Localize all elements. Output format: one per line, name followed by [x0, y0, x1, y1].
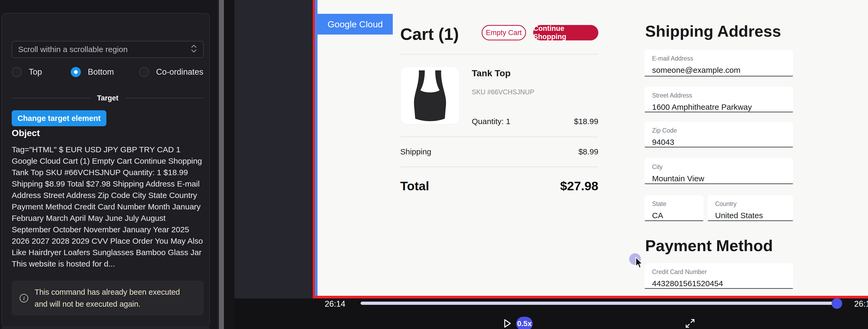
brand-logo[interactable]: Google Cloud [317, 14, 393, 35]
state-field-label: State [652, 200, 703, 207]
cart-header-divider [400, 54, 598, 55]
command-select[interactable]: Scroll within a scrollable region [12, 41, 204, 58]
shipping-cost-value: $8.99 [579, 147, 598, 156]
radio-bottom-circle-icon [71, 67, 81, 77]
total-value: $27.98 [560, 178, 598, 193]
divider-line [12, 98, 90, 98]
speed-0.5x-button[interactable]: 0.5x [516, 317, 533, 329]
cart-row-divider [400, 137, 598, 137]
shipping-cost-row: Shipping $8.99 [400, 147, 598, 156]
browser-page: Google Cloud Cart (1) Empty Cart Continu… [317, 0, 868, 296]
seek-track[interactable] [361, 302, 838, 305]
cart-title: Cart (1) [400, 25, 459, 43]
cart-item-price: $18.99 [574, 117, 598, 126]
end-time-label: 26:15 [854, 299, 868, 308]
country-field-label: Country [715, 200, 793, 207]
cart-item-sku: SKU #66VCHSJNUP [472, 88, 534, 96]
info-banner-text: This command has already been executed a… [35, 286, 184, 310]
mouse-cursor-icon [635, 257, 644, 269]
cart-item-name: Tank Top [472, 68, 510, 78]
change-target-button[interactable]: Change target element [12, 110, 106, 126]
target-section-label: Target [97, 94, 119, 102]
current-time-label: 26:14 [325, 299, 345, 309]
shipping-address-heading: Shipping Address [645, 22, 781, 40]
street-field-value: 1600 Amphitheatre Parkway [652, 103, 793, 111]
city-field-value: Mountain View [652, 174, 793, 183]
continue-shopping-button[interactable]: Continue Shopping [533, 25, 598, 40]
state-field-value: CA [652, 211, 703, 220]
payment-method-heading: Payment Method [645, 236, 773, 255]
next-section-card-clipped [2, 326, 210, 329]
replay-viewport: Google Cloud Cart (1) Empty Cart Continu… [235, 0, 868, 329]
player-controls-bar: 26:14 26:15 0.5x 1x 2x 4x 8x 16x skip in… [235, 298, 868, 329]
country-field-value: United States [715, 211, 793, 220]
country-field[interactable]: Country United States [708, 195, 793, 221]
total-row: Total $27.98 [400, 178, 598, 193]
shipping-cost-label: Shipping [400, 147, 431, 156]
select-chevrons-icon [190, 43, 197, 56]
total-label: Total [400, 178, 429, 193]
radio-top-label: Top [29, 67, 42, 77]
city-field-label: City [652, 163, 793, 171]
info-banner: i This command has already been executed… [12, 281, 204, 316]
street-field-label: Street Address [652, 92, 793, 99]
divider-line [125, 98, 204, 98]
scroll-anchor-radio-group: Top Bottom Co-ordinates [12, 66, 204, 78]
zip-field[interactable]: Zip Code 94043 [645, 122, 793, 147]
product-image [400, 66, 460, 124]
city-field[interactable]: City Mountain View [645, 158, 793, 184]
command-sidebar: Scroll within a scrollable region Top Bo… [0, 0, 218, 329]
radio-coordinates-label: Co-ordinates [156, 67, 203, 77]
seek-thumb[interactable] [832, 298, 842, 309]
tank-top-image [403, 68, 457, 123]
radio-bottom-label: Bottom [88, 67, 114, 77]
cart-item-quantity-row: Quantity: 1 $18.99 [472, 117, 598, 126]
zip-field-value: 94043 [652, 138, 793, 147]
target-section-divider: Target [12, 95, 204, 101]
app-window: Scroll within a scrollable region Top Bo… [0, 0, 868, 329]
target-element-outline-left [313, 0, 315, 298]
radio-bottom[interactable]: Bottom [71, 66, 114, 78]
street-field[interactable]: Street Address 1600 Amphitheatre Parkway [645, 87, 793, 112]
radio-top-circle-icon [12, 67, 22, 77]
scroll-region-highlight-left [315, 0, 317, 296]
state-field[interactable]: State CA [645, 195, 703, 221]
email-field-value: someone@example.com [652, 66, 793, 75]
cart-total-divider [400, 167, 598, 167]
command-card: Scroll within a scrollable region Top Bo… [2, 13, 210, 327]
credit-card-field-label: Credit Card Number [652, 268, 793, 275]
empty-cart-button[interactable]: Empty Cart [482, 25, 526, 40]
panel-resize-handle[interactable] [219, 0, 224, 329]
credit-card-field[interactable]: Credit Card Number 4432801561520454 [645, 263, 793, 289]
play-button-icon[interactable] [503, 319, 512, 328]
email-field-label: E-mail Address [652, 55, 793, 62]
object-description-text: Tag="HTML" $ EUR USD JPY GBP TRY CAD 1 G… [12, 144, 205, 269]
info-icon: i [20, 294, 28, 302]
object-heading: Object [12, 128, 40, 138]
radio-coordinates-circle-icon [139, 67, 149, 77]
credit-card-field-value: 4432801561520454 [652, 279, 793, 288]
target-element-outline-bottom [313, 296, 868, 298]
fullscreen-icon[interactable] [685, 318, 695, 328]
command-select-value: Scroll within a scrollable region [18, 45, 190, 54]
cart-item-quantity: Quantity: 1 [472, 117, 510, 126]
zip-field-label: Zip Code [652, 127, 793, 134]
radio-coordinates[interactable]: Co-ordinates [139, 66, 203, 78]
radio-top[interactable]: Top [12, 66, 42, 78]
email-field[interactable]: E-mail Address someone@example.com [645, 50, 793, 76]
